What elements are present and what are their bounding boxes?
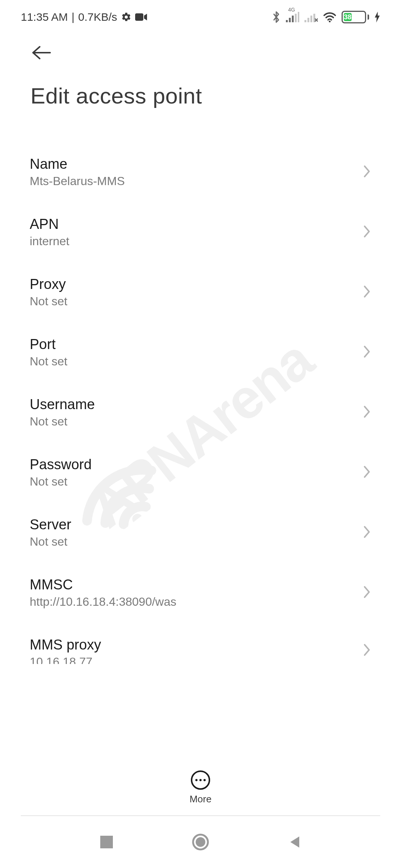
item-server[interactable]: Server Not set <box>30 503 371 563</box>
chevron-right-icon <box>362 464 371 481</box>
item-mmsc[interactable]: MMSC http://10.16.18.4:38090/was <box>30 563 371 623</box>
item-label: Port <box>30 336 67 352</box>
status-time: 11:35 AM <box>21 11 68 23</box>
chevron-right-icon <box>362 164 371 180</box>
more-button[interactable]: More <box>0 770 401 805</box>
more-icon <box>191 770 210 790</box>
chevron-right-icon <box>362 284 371 300</box>
svg-rect-6 <box>298 12 299 22</box>
charging-icon <box>374 11 380 23</box>
item-label: APN <box>30 216 69 232</box>
chevron-right-icon <box>362 642 371 659</box>
signal-label: 4G <box>288 7 295 13</box>
bluetooth-icon <box>272 11 281 23</box>
svg-rect-3 <box>289 18 291 22</box>
item-mms-proxy[interactable]: MMS proxy 10.16.18.77 <box>30 623 371 664</box>
svg-rect-8 <box>307 18 309 22</box>
header: Edit access point <box>0 30 401 109</box>
item-label: Name <box>30 156 125 172</box>
item-label: Proxy <box>30 276 67 292</box>
chevron-right-icon <box>362 344 371 361</box>
item-name[interactable]: Name Mts-Belarus-MMS <box>30 142 371 202</box>
item-value: internet <box>30 234 69 248</box>
back-button[interactable] <box>30 41 53 65</box>
wifi-icon <box>323 12 336 22</box>
svg-rect-2 <box>286 20 288 22</box>
nav-bar <box>0 816 401 868</box>
signal-2-icon <box>304 12 318 22</box>
svg-rect-4 <box>292 16 294 22</box>
nav-recents-button[interactable] <box>95 831 118 853</box>
gear-icon <box>121 12 131 22</box>
chevron-right-icon <box>362 525 371 541</box>
item-label: MMS proxy <box>30 637 101 653</box>
chevron-right-icon <box>362 585 371 601</box>
item-value: Not set <box>30 355 67 368</box>
svg-point-11 <box>329 21 331 22</box>
status-speed: 0.7KB/s <box>78 11 117 23</box>
item-label: Username <box>30 397 95 412</box>
item-proxy[interactable]: Proxy Not set <box>30 262 371 322</box>
signal-1-icon: 4G <box>286 12 299 22</box>
item-value: Not set <box>30 535 71 549</box>
chevron-right-icon <box>362 404 371 421</box>
nav-home-button[interactable] <box>189 831 212 853</box>
svg-rect-7 <box>304 20 306 22</box>
status-sep: | <box>72 11 75 23</box>
video-icon <box>135 13 147 22</box>
battery-percent: 38 <box>344 13 352 21</box>
page-title: Edit access point <box>30 83 371 109</box>
svg-rect-13 <box>100 836 113 848</box>
settings-list: Name Mts-Belarus-MMS APN internet Proxy … <box>0 109 401 664</box>
svg-point-15 <box>196 837 205 847</box>
status-right: 4G 38 <box>272 11 380 23</box>
item-label: Password <box>30 457 92 473</box>
item-password[interactable]: Password Not set <box>30 443 371 503</box>
item-value: Not set <box>30 415 95 428</box>
item-value: Mts-Belarus-MMS <box>30 174 125 188</box>
item-value: Not set <box>30 475 92 489</box>
item-apn[interactable]: APN internet <box>30 202 371 262</box>
svg-rect-9 <box>310 16 312 22</box>
svg-rect-1 <box>135 13 143 21</box>
status-bar: 11:35 AM | 0.7KB/s 4G <box>0 0 401 30</box>
item-value: 10.16.18.77 <box>30 655 101 664</box>
more-label: More <box>189 793 211 805</box>
item-username[interactable]: Username Not set <box>30 382 371 443</box>
nav-back-button[interactable] <box>283 831 306 853</box>
item-label: MMSC <box>30 577 176 593</box>
item-label: Server <box>30 517 71 533</box>
item-value: http://10.16.18.4:38090/was <box>30 595 176 609</box>
item-value: Not set <box>30 295 67 308</box>
battery-icon: 38 <box>342 11 369 23</box>
chevron-right-icon <box>362 224 371 240</box>
svg-rect-5 <box>295 14 297 22</box>
item-port[interactable]: Port Not set <box>30 322 371 382</box>
status-left: 11:35 AM | 0.7KB/s <box>21 11 147 23</box>
